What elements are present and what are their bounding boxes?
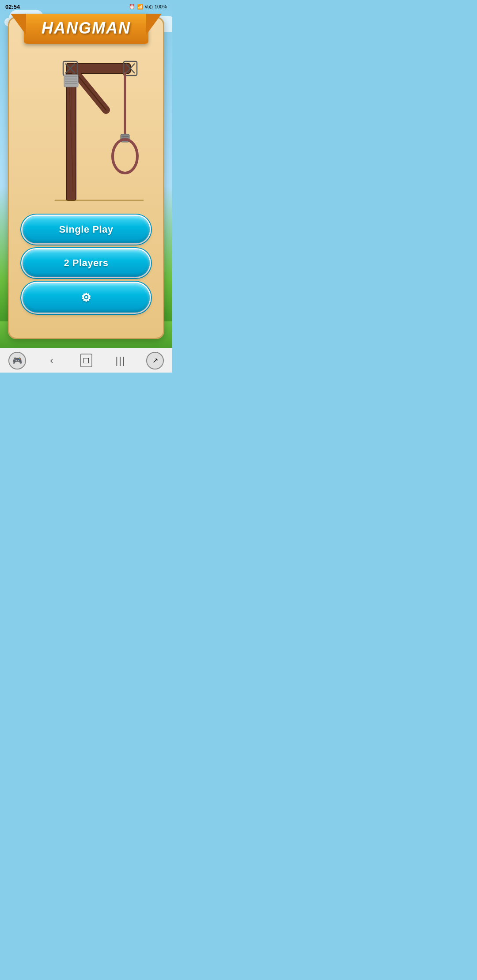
status-time: 02:54: [5, 4, 20, 10]
settings-icon: ⚙: [81, 291, 91, 304]
hangman-svg: [29, 50, 144, 209]
alarm-icon: ⏰: [129, 4, 135, 10]
banner-wrap: HANGMAN: [9, 14, 163, 44]
single-play-button[interactable]: Single Play: [23, 216, 150, 243]
home-button[interactable]: □: [76, 350, 97, 371]
two-players-button[interactable]: 2 Players: [23, 249, 150, 277]
buttons-container: Single Play 2 Players ⚙: [9, 211, 163, 313]
assist-icon: ↗: [146, 352, 164, 369]
status-bar: 02:54 ⏰ 📶 Vo)) 100%: [0, 0, 172, 13]
svg-point-21: [113, 139, 137, 173]
home-icon: □: [80, 354, 92, 367]
recents-button[interactable]: |||: [110, 350, 131, 371]
back-button[interactable]: ‹: [41, 350, 62, 371]
signal-icon: Vo)): [145, 4, 153, 9]
nav-bar: 🎮 ‹ □ ||| ↗: [0, 348, 172, 373]
svg-rect-12: [64, 75, 78, 87]
main-card: HANGMAN: [8, 17, 164, 339]
assist-button[interactable]: ↗: [144, 350, 166, 371]
recents-icon: |||: [115, 355, 125, 366]
battery-icon: 100%: [155, 4, 167, 9]
status-icons: ⏰ 📶 Vo)) 100%: [129, 4, 167, 10]
wifi-icon: 📶: [137, 4, 143, 10]
hangman-illustration: [9, 44, 163, 211]
banner: HANGMAN: [24, 14, 148, 44]
gamepad-button[interactable]: 🎮: [7, 350, 28, 371]
svg-line-3: [76, 73, 106, 110]
app-title: HANGMAN: [42, 19, 131, 37]
gamepad-icon: 🎮: [8, 352, 26, 369]
back-icon: ‹: [50, 355, 53, 366]
settings-button[interactable]: ⚙: [23, 283, 150, 313]
